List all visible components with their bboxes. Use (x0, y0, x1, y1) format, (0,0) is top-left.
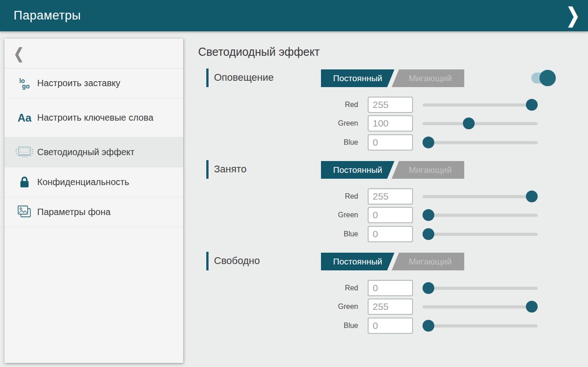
channel-value-input[interactable] (368, 207, 413, 223)
sidebar-item-label: Настроить ключевые слова (37, 112, 153, 123)
mode-toggle: Постоянный Мигающий (321, 253, 464, 270)
slider-track (423, 103, 538, 107)
channel-slider[interactable] (423, 97, 538, 113)
sidebar-item-led-effect[interactable]: Светодиодный эффект (5, 137, 183, 167)
font-icon: Aa (12, 112, 37, 124)
slider-track (423, 214, 538, 217)
slider-thumb[interactable] (423, 282, 434, 294)
channel-value-input[interactable] (368, 280, 413, 296)
mode-option-constant[interactable]: Постоянный (321, 161, 394, 179)
channel-value-input[interactable] (368, 188, 413, 205)
sidebar-item-label: Настроить заставку (37, 78, 120, 89)
channel-value-input[interactable] (368, 226, 413, 242)
channel-slider[interactable] (423, 298, 538, 315)
sidebar: ❮ logo Настроить заставку Aa Настроить к… (5, 39, 183, 363)
slider-thumb[interactable] (423, 209, 434, 221)
sidebar-item-label: Конфиденциальность (37, 176, 129, 188)
channel-slider[interactable] (423, 115, 538, 132)
channel-slider[interactable] (423, 280, 538, 296)
slider-track (423, 122, 538, 125)
mode-toggle: Постоянный Мигающий (321, 69, 464, 87)
sidebar-item-label: Светодиодный эффект (37, 147, 135, 158)
sidebar-item-privacy[interactable]: Конфиденциальность (5, 167, 183, 197)
app-header: Параметры ❯ (0, 0, 588, 31)
slider-thumb[interactable] (423, 320, 434, 332)
page-title: Параметры (0, 9, 81, 23)
section-accent-bar (206, 160, 209, 179)
channel-label: Green (290, 298, 358, 315)
slider-track (423, 195, 538, 198)
slider-track (423, 305, 538, 308)
mode-option-constant[interactable]: Постоянный (321, 69, 394, 87)
slider-thumb[interactable] (526, 99, 538, 111)
sidebar-item-keywords[interactable]: Aa Настроить ключевые слова (5, 98, 183, 137)
slider-thumb[interactable] (526, 301, 538, 313)
mode-option-blinking[interactable]: Мигающий (392, 253, 464, 270)
section-accent-bar (206, 69, 209, 87)
channel-value-input[interactable] (368, 115, 413, 132)
slider-track (423, 233, 538, 236)
slider-thumb[interactable] (526, 191, 538, 202)
mode-option-constant[interactable]: Постоянный (321, 253, 394, 270)
channel-value-input[interactable] (368, 134, 413, 151)
switch-thumb (539, 70, 556, 86)
section-title: Занято (214, 160, 247, 179)
section-title: Оповещение (214, 68, 274, 87)
slider-track (423, 141, 538, 144)
enable-switch[interactable] (531, 69, 556, 87)
chevron-right-icon[interactable]: ❯ (566, 2, 580, 29)
mode-option-blinking[interactable]: Мигающий (392, 161, 464, 179)
chevron-left-icon: ❮ (14, 44, 24, 62)
slider-thumb[interactable] (423, 137, 434, 148)
slider-track (423, 287, 538, 290)
sidebar-item-label: Параметры фона (37, 206, 111, 218)
section-accent-bar (206, 252, 209, 270)
channel-slider[interactable] (423, 188, 538, 205)
led-display-icon (12, 146, 37, 159)
channel-slider[interactable] (423, 134, 538, 151)
lock-icon (12, 176, 37, 189)
channel-label: Green (290, 207, 358, 223)
channel-label: Blue (290, 134, 358, 151)
channel-slider[interactable] (423, 318, 538, 334)
channel-label: Green (290, 115, 358, 132)
channel-label: Red (290, 280, 358, 296)
mode-option-blinking[interactable]: Мигающий (392, 69, 464, 87)
channel-slider[interactable] (423, 226, 538, 242)
content-title: Светодиодный эффект (198, 45, 320, 59)
background-image-icon (12, 205, 37, 220)
logo-icon: logo (12, 78, 37, 89)
section-title: Свободно (214, 251, 260, 270)
slider-track (423, 324, 538, 328)
sidebar-item-background[interactable]: Параметры фона (5, 197, 183, 227)
channel-label: Red (290, 97, 358, 113)
channel-value-input[interactable] (368, 298, 413, 315)
channel-value-input[interactable] (368, 97, 413, 113)
channel-label: Red (290, 188, 358, 205)
sidebar-back-button[interactable]: ❮ (5, 39, 183, 69)
channel-label: Blue (290, 318, 358, 334)
channel-label: Blue (290, 226, 358, 242)
channel-slider[interactable] (423, 207, 538, 223)
slider-thumb[interactable] (463, 117, 475, 129)
mode-toggle: Постоянный Мигающий (321, 161, 464, 179)
sidebar-item-splash-screen[interactable]: logo Настроить заставку (5, 69, 183, 98)
slider-thumb[interactable] (423, 228, 434, 240)
channel-value-input[interactable] (368, 318, 413, 334)
